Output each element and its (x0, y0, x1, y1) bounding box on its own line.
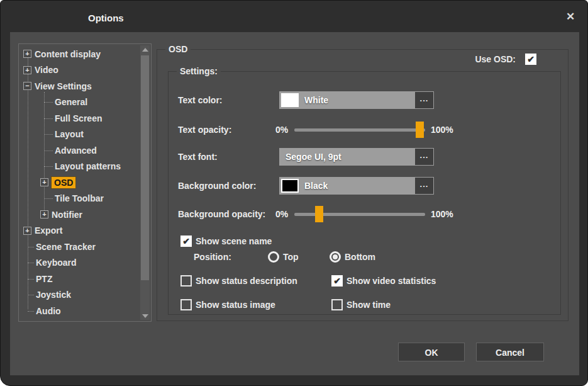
tree-item-label: Audio (36, 306, 61, 316)
osd-group-label: OSD (165, 44, 191, 54)
text-opacity-max-label: 100% (431, 125, 453, 135)
text-color-label: Text color: (178, 91, 223, 109)
expand-icon[interactable]: + (23, 66, 31, 74)
show-video-statistics-row: ✔ Show video statistics (331, 275, 436, 287)
use-osd-checkbox[interactable]: ✔ (525, 54, 536, 65)
text-color-swatch (281, 93, 299, 107)
show-scene-name-row: ✔ Show scene name (180, 236, 272, 247)
show-scene-name-checkbox[interactable]: ✔ (180, 236, 192, 247)
tree-item-label: Export (35, 225, 62, 236)
tree-item-general[interactable]: General (19, 94, 138, 111)
tree-item-label: Advanced (55, 145, 97, 156)
text-font-picker-button[interactable]: ... (415, 149, 433, 165)
tree-item-notifier[interactable]: +Notifier (19, 207, 138, 223)
tree-item-label: Keyboard (36, 258, 77, 268)
text-color-field[interactable]: White ... (279, 91, 434, 109)
tree-item-layout-patterns[interactable]: Layout patterns (19, 159, 138, 175)
tree-item-label: OSD (52, 177, 75, 188)
text-font-value: Segoe UI, 9pt (286, 148, 341, 166)
background-color-field[interactable]: Black ... (279, 177, 434, 195)
tree-item-label: Layout (55, 129, 84, 139)
tree-scrollbar[interactable] (140, 45, 150, 320)
settings-groupbox: Settings: Text color: White ... Text opa… (168, 71, 561, 315)
check-icon: ✔ (182, 237, 191, 246)
background-opacity-slider-thumb[interactable] (315, 206, 323, 222)
osd-groupbox: OSD Use OSD: ✔ Settings: Text color: Whi… (157, 49, 569, 321)
tree-item-keyboard[interactable]: Keyboard (19, 255, 138, 271)
tree-item-label: Content display (35, 49, 101, 59)
show-status-description-checkbox[interactable]: ✔ (180, 275, 192, 287)
check-icon: ✔ (526, 55, 535, 64)
cancel-button[interactable]: Cancel (476, 343, 544, 361)
position-top-radio[interactable] (268, 251, 279, 263)
tree-item-label: General (55, 97, 87, 107)
background-opacity-slider[interactable] (294, 213, 425, 216)
tree-item-label: Layout patterns (55, 161, 121, 171)
background-opacity-min-label: 0% (275, 209, 292, 219)
expand-icon[interactable]: + (40, 210, 48, 219)
show-video-statistics-label: Show video statistics (347, 276, 436, 286)
tree-item-layout[interactable]: Layout (19, 127, 138, 143)
close-icon[interactable]: ✕ (563, 9, 578, 25)
tree-item-label: Joystick (36, 290, 71, 300)
text-opacity-slider[interactable] (294, 128, 425, 132)
tree-item-label: Tile Toolbar (55, 193, 104, 203)
tree-item-tile-toolbar[interactable]: Tile Toolbar (19, 191, 138, 207)
tree-item-audio[interactable]: Audio (19, 303, 138, 319)
content-panel: +Content display+Video−View SettingsGene… (10, 32, 579, 375)
background-opacity-label: Background opacity: (178, 205, 265, 223)
tree-item-scene-tracker[interactable]: Scene Tracker (19, 239, 138, 255)
tree-item-label: Full Screen (55, 113, 102, 123)
collapse-icon[interactable]: − (23, 82, 31, 90)
tree-item-osd[interactable]: +OSD (19, 174, 138, 191)
scrollbar-thumb[interactable] (141, 55, 149, 280)
show-status-image-label: Show status image (196, 300, 275, 310)
expand-icon[interactable]: + (23, 227, 31, 235)
background-color-swatch (281, 179, 299, 193)
ok-button[interactable]: OK (398, 343, 465, 361)
expand-icon[interactable]: + (23, 50, 31, 58)
tree-item-view-settings[interactable]: −View Settings (19, 78, 138, 94)
scroll-down-icon[interactable] (140, 312, 150, 320)
position-bottom-option[interactable]: Bottom (330, 251, 375, 263)
text-font-field[interactable]: Segoe UI, 9pt ... (279, 148, 434, 166)
position-bottom-radio[interactable] (330, 251, 341, 263)
background-color-label: Background color: (178, 177, 256, 195)
show-scene-name-label: Show scene name (196, 236, 272, 246)
show-time-row: ✔ Show time (331, 299, 391, 310)
position-top-label: Top (283, 252, 299, 262)
show-video-statistics-checkbox[interactable]: ✔ (331, 275, 343, 287)
tree-item-label: PTZ (36, 274, 52, 284)
tree-item-advanced[interactable]: Advanced (19, 142, 138, 159)
tree-item-full-screen[interactable]: Full Screen (19, 110, 138, 127)
use-osd-row: Use OSD: ✔ (475, 54, 536, 65)
tree-item-label: Video (35, 65, 58, 75)
text-opacity-label: Text opacity: (178, 121, 231, 139)
check-icon: ✔ (333, 276, 341, 286)
position-bottom-label: Bottom (345, 252, 375, 262)
text-color-picker-button[interactable]: ... (415, 92, 433, 108)
tree-item-label: View Settings (35, 81, 92, 91)
text-opacity-slider-thumb[interactable] (416, 122, 424, 138)
background-opacity-slider-row: 0% 100% (275, 205, 452, 223)
show-time-checkbox[interactable]: ✔ (331, 299, 343, 310)
position-top-option[interactable]: Top (268, 251, 299, 263)
tree-item-label: Notifier (52, 210, 82, 220)
tree-item-video[interactable]: +Video (19, 62, 138, 79)
text-font-label: Text font: (178, 148, 218, 166)
background-opacity-max-label: 100% (431, 209, 453, 219)
show-status-image-checkbox[interactable]: ✔ (180, 299, 192, 310)
expand-icon[interactable]: + (40, 178, 48, 186)
tree-item-export[interactable]: +Export (19, 223, 138, 239)
tree-rows: +Content display+Video−View SettingsGene… (19, 46, 138, 319)
tree-item-joystick[interactable]: Joystick (19, 287, 138, 304)
use-osd-label: Use OSD: (475, 54, 516, 64)
tree-item-content-display[interactable]: +Content display (19, 46, 138, 62)
show-status-description-label: Show status description (196, 276, 297, 286)
background-color-picker-button[interactable]: ... (415, 178, 433, 194)
text-color-value: White (304, 91, 328, 109)
show-status-image-row: ✔ Show status image (180, 299, 275, 310)
tree-item-ptz[interactable]: PTZ (19, 271, 138, 287)
settings-tree: +Content display+Video−View SettingsGene… (18, 43, 152, 322)
scroll-up-icon[interactable] (140, 45, 150, 54)
